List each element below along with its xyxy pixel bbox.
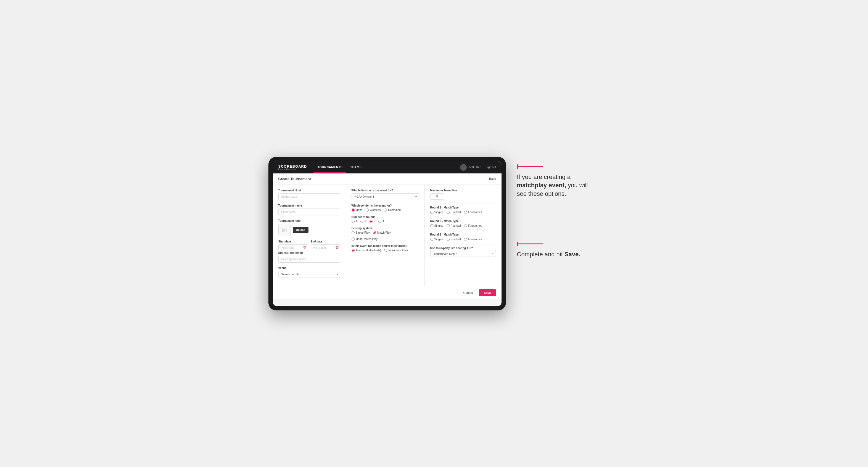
- nav-tab-tournaments[interactable]: TOURNAMENTS: [313, 162, 346, 173]
- round3-heading: Round 3 - Match Type: [430, 233, 496, 236]
- logo-subtitle: Powered by clippi: [278, 168, 307, 170]
- round3-foursomes[interactable]: Foursomes: [464, 238, 482, 241]
- round-2[interactable]: 2: [361, 220, 366, 223]
- annotation-top-text: If you are creating a matchplay event, y…: [517, 173, 594, 198]
- annotation-top: If you are creating a matchplay event, y…: [517, 162, 600, 198]
- round1-radio-group: Singles Fourball Foursomes: [430, 211, 496, 214]
- logo-placeholder-icon: [278, 224, 290, 236]
- division-select[interactable]: NCAA Division I: [351, 193, 419, 200]
- api-value: Leaderboard King: [433, 252, 455, 255]
- round3-foursomes-radio[interactable]: [464, 238, 467, 241]
- division-field: Which division is the event for? NCAA Di…: [351, 189, 419, 200]
- round3-fourball-radio[interactable]: [446, 238, 450, 241]
- round2-foursomes-radio[interactable]: [464, 224, 467, 227]
- gender-mens-radio[interactable]: [351, 209, 354, 212]
- calendar-icon-end: 📅: [335, 246, 339, 249]
- api-dropdown-icon[interactable]: ▾: [492, 252, 494, 255]
- gender-combined[interactable]: Combined: [384, 209, 401, 212]
- gender-combined-radio[interactable]: [384, 209, 387, 212]
- round3-fourball-label: Fourball: [451, 238, 461, 241]
- scoring-stroke-radio[interactable]: [351, 231, 354, 234]
- round1-foursomes[interactable]: Foursomes: [464, 211, 482, 214]
- teams-both[interactable]: Teams (+Individuals): [351, 249, 381, 252]
- venue-label: Venue: [278, 267, 340, 270]
- api-remove-icon[interactable]: ✕: [456, 252, 458, 255]
- save-button[interactable]: Save: [479, 289, 496, 296]
- gender-womens[interactable]: Womens: [366, 209, 380, 212]
- round1-foursomes-radio[interactable]: [464, 211, 467, 214]
- scoring-label: Scoring system: [351, 227, 419, 230]
- teams-individuals[interactable]: Individuals Only: [384, 249, 408, 252]
- cancel-button[interactable]: Cancel: [460, 289, 476, 296]
- round-3[interactable]: 3: [370, 220, 375, 223]
- round3-singles[interactable]: Singles: [430, 238, 443, 241]
- round-3-label: 3: [374, 220, 375, 223]
- upload-button[interactable]: Upload: [293, 227, 309, 233]
- arrow-bottom-svg: [517, 240, 545, 248]
- divider-2: [430, 217, 496, 217]
- round2-match-type: Round 2 - Match Type Singles Fourball: [430, 220, 496, 227]
- round2-singles-radio[interactable]: [430, 224, 433, 227]
- scoring-match-radio[interactable]: [373, 231, 376, 234]
- round2-fourball[interactable]: Fourball: [446, 224, 461, 227]
- venue-field: Venue Search golf club: [278, 267, 340, 278]
- round1-fourball-radio[interactable]: [446, 211, 450, 214]
- teams-individuals-label: Individuals Only: [388, 249, 408, 252]
- gender-mens-label: Mens: [356, 209, 362, 212]
- name-input[interactable]: [278, 209, 340, 215]
- host-input[interactable]: [278, 193, 340, 200]
- round2-fourball-radio[interactable]: [446, 224, 450, 227]
- sponsor-input[interactable]: [278, 256, 340, 262]
- scoring-medal-radio[interactable]: [351, 238, 354, 241]
- sponsor-label: Sponsor (optional): [278, 251, 340, 254]
- teams-individuals-radio[interactable]: [384, 249, 387, 252]
- nav-bar: SCOREBOARD Powered by clippi TOURNAMENTS…: [273, 161, 501, 174]
- annotation-bottom-text: Complete and hit Save.: [517, 250, 581, 259]
- scoring-stroke[interactable]: Stroke Play: [351, 231, 370, 234]
- max-size-label: Maximum Team Size: [430, 189, 496, 192]
- gender-label: Which gender is the event for?: [351, 204, 419, 207]
- max-size-input[interactable]: [430, 193, 444, 200]
- teams-both-radio[interactable]: [351, 249, 354, 252]
- end-date-wrapper: 📅: [311, 244, 340, 251]
- sign-out-link[interactable]: Sign out: [486, 166, 496, 169]
- scoring-match[interactable]: Match Play: [373, 231, 391, 234]
- scoring-medal[interactable]: Medal Match Play: [351, 238, 377, 241]
- form-body: Tournament Host Tournament name Tourname…: [273, 185, 501, 286]
- round1-singles[interactable]: Singles: [430, 211, 443, 214]
- round1-singles-radio[interactable]: [430, 211, 433, 214]
- round-3-radio[interactable]: [370, 220, 373, 223]
- nav-tab-teams[interactable]: TEAMS: [346, 162, 365, 173]
- round-4[interactable]: 4: [378, 220, 384, 223]
- round3-singles-radio[interactable]: [430, 238, 433, 241]
- round1-fourball[interactable]: Fourball: [446, 211, 461, 214]
- rounds-radio-group: 1 2 3: [351, 220, 419, 223]
- tablet-screen: SCOREBOARD Powered by clippi TOURNAMENTS…: [273, 161, 501, 306]
- round3-fourball[interactable]: Fourball: [446, 238, 461, 241]
- app-logo: SCOREBOARD Powered by clippi: [278, 165, 307, 170]
- round-1[interactable]: 1: [351, 220, 358, 223]
- round2-foursomes[interactable]: Foursomes: [464, 224, 482, 227]
- form-footer: Cancel Save: [273, 286, 501, 299]
- round-1-radio[interactable]: [351, 220, 354, 223]
- tournament-name-field: Tournament name: [278, 204, 340, 215]
- start-date-field: Start date 📅: [278, 240, 308, 251]
- venue-select[interactable]: Search golf club: [278, 271, 340, 278]
- round2-singles[interactable]: Singles: [430, 224, 443, 227]
- tablet-device: SCOREBOARD Powered by clippi TOURNAMENTS…: [269, 157, 506, 310]
- teams-label: Is this event for Teams and/or Individua…: [351, 244, 419, 247]
- division-label: Which division is the event for?: [351, 189, 419, 192]
- gender-field: Which gender is the event for? Mens Wome…: [351, 204, 419, 212]
- round-2-radio[interactable]: [361, 220, 364, 223]
- round3-foursomes-label: Foursomes: [468, 238, 482, 241]
- content-area: Create Tournament ← Back Tournament Host…: [273, 174, 501, 306]
- gender-womens-radio[interactable]: [366, 209, 369, 212]
- teams-radio-group: Teams (+Individuals) Individuals Only: [351, 249, 419, 252]
- venue-select-wrapper: Search golf club: [278, 271, 340, 278]
- back-button[interactable]: ← Back: [485, 177, 496, 180]
- gender-mens[interactable]: Mens: [351, 209, 362, 212]
- nav-tabs: TOURNAMENTS TEAMS: [313, 162, 460, 173]
- round-4-radio[interactable]: [378, 220, 381, 223]
- form-right-column: Maximum Team Size Round 1 - Match Type S…: [425, 185, 501, 286]
- round-1-label: 1: [356, 220, 358, 223]
